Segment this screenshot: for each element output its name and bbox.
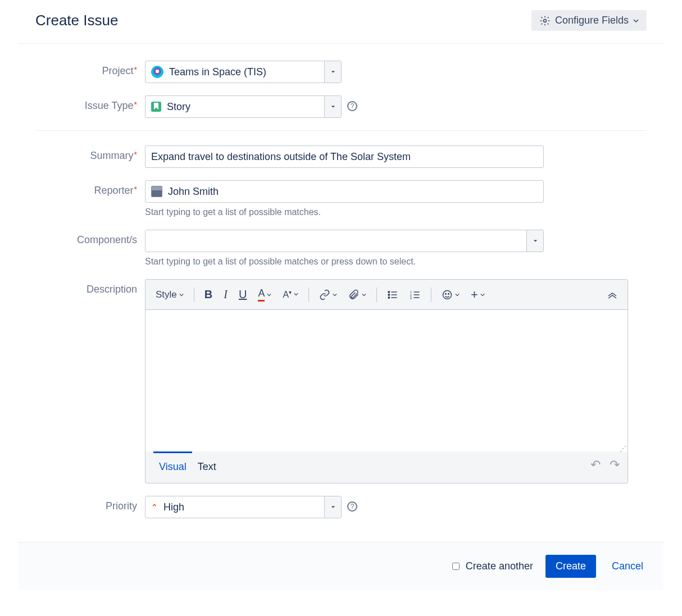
- link-icon: [319, 289, 330, 300]
- story-icon: [151, 102, 161, 112]
- toolbar-separator: [308, 288, 309, 302]
- configure-fields-button[interactable]: Configure Fields: [531, 10, 647, 31]
- svg-point-2: [388, 294, 390, 295]
- emoji-icon: [442, 289, 453, 300]
- priority-label: Priority: [35, 496, 145, 512]
- dialog-footer: Create another Create Cancel: [19, 542, 663, 590]
- issue-type-row: Issue Type* Story ?: [35, 95, 647, 118]
- create-another-wrapper[interactable]: Create another: [450, 560, 533, 572]
- svg-point-0: [543, 19, 546, 22]
- summary-row: Summary*: [35, 145, 647, 168]
- editor-resize-handle[interactable]: ⋰: [146, 445, 628, 451]
- toolbar-separator: [194, 288, 194, 302]
- bold-button[interactable]: B: [200, 285, 217, 304]
- dialog-header: Create Issue Configure Fields: [19, 0, 663, 44]
- project-label: Project*: [35, 61, 145, 77]
- create-another-checkbox[interactable]: [452, 563, 460, 570]
- redo-button[interactable]: ↷: [610, 458, 620, 472]
- priority-help-icon[interactable]: ?: [347, 501, 357, 512]
- priority-value: High: [163, 501, 184, 513]
- link-button[interactable]: [315, 286, 342, 304]
- reporter-row: Reporter* John Smith Start typing to get…: [35, 180, 647, 217]
- svg-point-3: [388, 296, 390, 298]
- components-text[interactable]: [146, 230, 526, 252]
- svg-point-14: [445, 293, 447, 294]
- collapse-toolbar-button[interactable]: [603, 288, 622, 302]
- emoji-button[interactable]: [437, 286, 464, 304]
- reporter-value: John Smith: [168, 186, 219, 198]
- issue-type-select[interactable]: Story: [145, 95, 342, 118]
- description-textarea[interactable]: [146, 310, 628, 445]
- insert-more-button[interactable]: +: [466, 288, 489, 302]
- priority-row: Priority ⌃ High ?: [35, 496, 647, 518]
- svg-point-13: [443, 290, 452, 299]
- svg-text:3: 3: [410, 296, 412, 300]
- description-label: Description: [35, 279, 145, 295]
- bullet-list-button[interactable]: [383, 286, 403, 304]
- italic-button[interactable]: I: [219, 285, 232, 304]
- priority-select[interactable]: ⌃ High: [145, 496, 342, 518]
- dialog-title: Create Issue: [35, 12, 118, 29]
- chevron-down-icon: [633, 18, 639, 24]
- text-color-button[interactable]: A: [253, 284, 276, 305]
- collapse-icon: [607, 291, 617, 299]
- configure-fields-label: Configure Fields: [555, 15, 629, 26]
- style-dropdown[interactable]: Style: [151, 286, 188, 304]
- description-editor: Style B I U A A▾ 123: [145, 279, 628, 483]
- editor-toolbar: Style B I U A A▾ 123: [146, 280, 628, 310]
- create-button[interactable]: Create: [545, 555, 596, 578]
- issue-type-select-arrow[interactable]: [324, 96, 341, 117]
- project-row: Project* Teams in Space (TIS): [35, 61, 647, 83]
- resize-grip-icon: ⋰: [620, 445, 625, 451]
- underline-button[interactable]: U: [234, 285, 251, 304]
- project-select[interactable]: Teams in Space (TIS): [145, 61, 342, 83]
- components-label: Component/s: [35, 230, 145, 246]
- components-select-arrow[interactable]: [526, 230, 543, 252]
- section-divider: [35, 130, 647, 131]
- gear-icon: [539, 15, 551, 26]
- issue-type-help-icon[interactable]: ?: [347, 101, 357, 111]
- toolbar-separator: [376, 288, 377, 302]
- summary-input[interactable]: [145, 145, 544, 168]
- reporter-input[interactable]: John Smith: [145, 180, 544, 203]
- components-hint: Start typing to get a list of possible m…: [145, 257, 647, 267]
- create-issue-dialog: Create Issue Configure Fields Project* T…: [19, 0, 663, 590]
- priority-high-icon: ⌃: [151, 503, 158, 512]
- reporter-label: Reporter*: [35, 180, 145, 197]
- undo-button[interactable]: ↶: [590, 458, 601, 472]
- description-row: Description Style B I U A A▾: [35, 279, 647, 483]
- svg-point-1: [388, 291, 390, 293]
- attachment-icon: [348, 289, 360, 300]
- user-avatar-icon: [151, 186, 162, 197]
- priority-select-arrow[interactable]: [324, 496, 341, 518]
- project-select-arrow[interactable]: [324, 61, 341, 83]
- editor-tabs: Visual Text ↶ ↷: [146, 451, 628, 483]
- numbered-list-button[interactable]: 123: [405, 286, 425, 304]
- toolbar-separator: [431, 288, 431, 302]
- attachment-button[interactable]: [344, 286, 371, 304]
- reporter-hint: Start typing to get a list of possible m…: [145, 207, 647, 217]
- project-avatar-icon: [151, 66, 163, 78]
- summary-label: Summary*: [35, 145, 145, 162]
- create-another-label: Create another: [466, 560, 533, 572]
- more-formatting-button[interactable]: A▾: [278, 286, 303, 303]
- numbered-list-icon: 123: [410, 289, 421, 300]
- cancel-button[interactable]: Cancel: [608, 560, 647, 573]
- dialog-body: Project* Teams in Space (TIS) Issue Type…: [19, 44, 663, 542]
- project-value: Teams in Space (TIS): [169, 66, 266, 78]
- tab-text[interactable]: Text: [192, 451, 222, 480]
- svg-point-15: [448, 293, 449, 294]
- components-input[interactable]: [145, 230, 544, 252]
- bullet-list-icon: [387, 289, 398, 300]
- components-row: Component/s Start typing to get a list o…: [35, 230, 647, 267]
- issue-type-value: Story: [167, 101, 190, 113]
- tab-visual[interactable]: Visual: [153, 451, 192, 480]
- issue-type-label: Issue Type*: [35, 95, 145, 112]
